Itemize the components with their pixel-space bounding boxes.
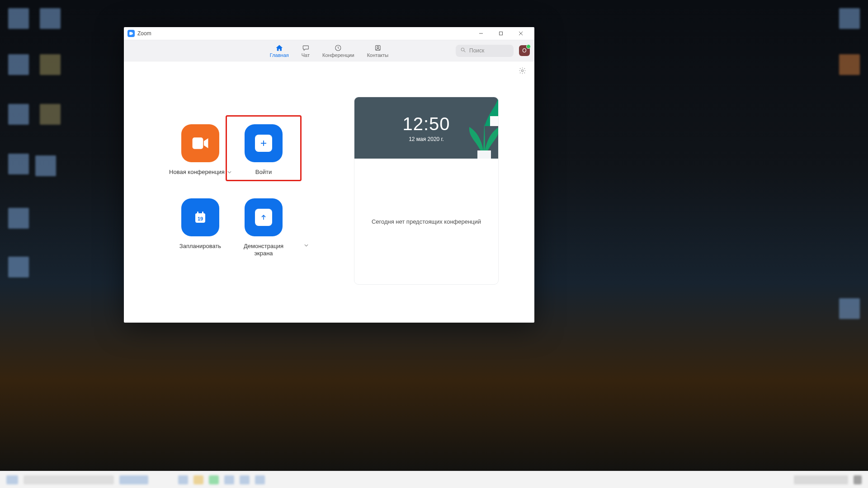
schedule-label: Запланировать xyxy=(179,243,221,250)
svg-point-6 xyxy=(377,46,378,48)
no-meetings-text: Сегодня нет предстоящих конференций xyxy=(372,218,481,225)
svg-rect-16 xyxy=(202,211,203,214)
chat-icon xyxy=(302,44,310,52)
svg-rect-15 xyxy=(197,211,198,214)
info-card: 12:50 12 мая 2020 г. Сегодня нет предсто… xyxy=(354,97,499,285)
new-meeting-button[interactable] xyxy=(181,124,219,162)
tab-meetings[interactable]: Конференции xyxy=(322,44,354,58)
actions-panel: Новая конференция Войти xyxy=(135,70,329,312)
chevron-down-icon[interactable] xyxy=(304,244,308,247)
schedule-day-number: 19 xyxy=(198,216,203,221)
tab-home[interactable]: Главная xyxy=(270,44,289,58)
user-avatar[interactable]: O xyxy=(519,45,530,56)
window-titlebar: Zoom xyxy=(124,27,534,40)
chevron-down-icon[interactable] xyxy=(227,171,231,174)
search-placeholder: Поиск xyxy=(469,47,484,54)
join-label: Войти xyxy=(255,169,272,176)
clock-icon xyxy=(334,44,342,52)
svg-rect-10 xyxy=(193,137,203,149)
tab-home-label: Главная xyxy=(270,52,289,58)
tab-meetings-label: Конференции xyxy=(322,52,354,58)
search-icon xyxy=(460,47,466,54)
main-toolbar: Главная Чат Конференции Контакты xyxy=(124,40,534,61)
tab-contacts-label: Контакты xyxy=(367,52,389,58)
window-maximize-button[interactable] xyxy=(491,27,511,40)
avatar-letter: O xyxy=(522,47,526,54)
share-screen-cell: Демонстрация экрана xyxy=(232,198,295,258)
current-time: 12:50 xyxy=(402,114,450,134)
tab-chat-label: Чат xyxy=(302,52,310,58)
content-area: Новая конференция Войти xyxy=(124,61,534,323)
join-button[interactable] xyxy=(245,124,283,162)
settings-button[interactable] xyxy=(519,67,526,76)
share-screen-button[interactable] xyxy=(245,198,283,236)
search-input[interactable]: Поиск xyxy=(456,45,514,57)
nav-tabs: Главная Чат Конференции Контакты xyxy=(270,44,388,58)
clock-banner: 12:50 12 мая 2020 г. xyxy=(354,97,498,159)
join-cell: Войти xyxy=(232,124,295,176)
plant-decoration-icon xyxy=(471,97,498,126)
zoom-app-window: Zoom Главная Чат xyxy=(124,27,534,323)
info-panel: 12:50 12 мая 2020 г. Сегодня нет предсто… xyxy=(329,70,524,312)
svg-point-9 xyxy=(521,70,523,71)
svg-line-8 xyxy=(464,51,465,52)
tab-contacts[interactable]: Контакты xyxy=(367,44,389,58)
schedule-button[interactable]: 19 xyxy=(181,198,219,236)
svg-rect-1 xyxy=(500,32,503,35)
plant-decoration-icon xyxy=(468,122,499,159)
schedule-cell: 19 Запланировать xyxy=(169,198,232,258)
zoom-logo-icon xyxy=(127,30,135,37)
svg-point-7 xyxy=(461,48,464,51)
window-minimize-button[interactable] xyxy=(471,27,491,40)
new-meeting-cell: Новая конференция xyxy=(169,124,232,176)
windows-taskbar[interactable] xyxy=(0,471,868,488)
contacts-icon xyxy=(373,44,382,52)
window-title: Zoom xyxy=(137,30,151,37)
window-close-button[interactable] xyxy=(511,27,531,40)
new-meeting-label: Новая конференция xyxy=(169,169,225,176)
current-date: 12 мая 2020 г. xyxy=(409,136,444,142)
share-screen-label: Демонстрация экрана xyxy=(239,243,288,258)
tab-chat[interactable]: Чат xyxy=(302,44,310,58)
svg-rect-19 xyxy=(477,150,491,159)
home-icon xyxy=(275,44,283,52)
